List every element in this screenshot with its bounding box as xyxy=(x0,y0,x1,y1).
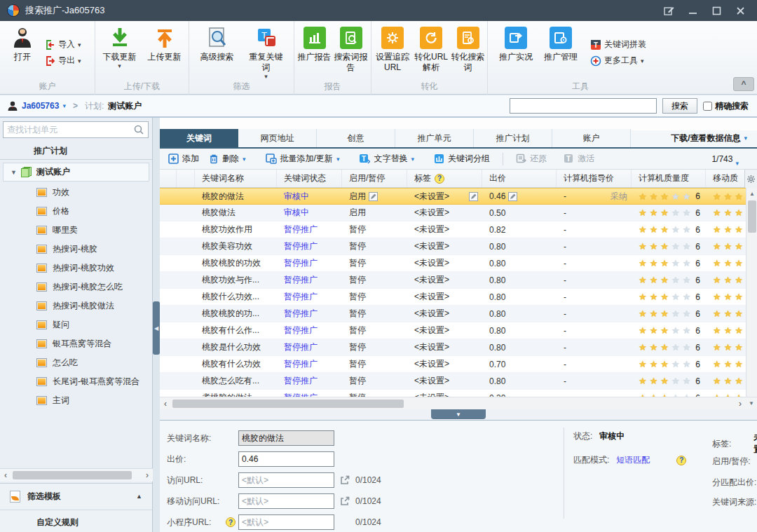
tag-cell[interactable]: <未设置> xyxy=(407,205,482,221)
maximize-button[interactable] xyxy=(707,3,726,18)
pager-dropdown-icon[interactable]: ▾ xyxy=(735,160,739,167)
keyword-status-cell[interactable]: 暂停推广 xyxy=(277,356,342,372)
advanced-search-button[interactable]: 高级搜索 xyxy=(195,25,240,62)
visit-url-field[interactable] xyxy=(238,472,334,488)
kw-name-field[interactable] xyxy=(238,430,334,446)
mobile-url-field[interactable] xyxy=(238,493,334,509)
keyword-status-cell[interactable]: 暂停推广 xyxy=(277,289,342,305)
sidebar-plan-item[interactable]: 热搜词-桃胶功效 xyxy=(0,259,152,278)
keyword-assemble-button[interactable]: T 关键词拼装 xyxy=(590,39,646,50)
keyword-status-cell[interactable]: 暂停推广 xyxy=(277,339,342,355)
bid-cell[interactable]: 0.80 xyxy=(482,373,557,389)
enable-pause-cell[interactable]: 暂停 xyxy=(342,356,407,372)
keyword-status-cell[interactable]: 暂停推广 xyxy=(277,390,342,397)
tab-3[interactable]: 创意 xyxy=(317,129,395,147)
text-replace-dropdown-icon[interactable]: ▾ xyxy=(411,156,414,163)
promo-report-button[interactable]: 推广报告 xyxy=(296,25,333,62)
minimize-button[interactable] xyxy=(683,3,702,18)
bid-cell[interactable]: 0.80 xyxy=(482,238,557,254)
bid-cell[interactable]: 0.80 xyxy=(482,255,557,271)
enable-pause-cell[interactable]: 启用 xyxy=(342,205,407,221)
tag-help-icon[interactable]: ? xyxy=(435,174,444,184)
bid-cell[interactable]: 0.30 xyxy=(482,390,557,397)
keyword-status-cell[interactable]: 审核中 xyxy=(277,189,342,204)
header-keyword-status[interactable]: 关键词状态 xyxy=(277,170,342,187)
scroll-right-icon[interactable]: › xyxy=(735,397,746,410)
sidebar-horizontal-scrollbar[interactable]: ‹ › xyxy=(0,468,153,482)
bid-cell[interactable]: 0.82 xyxy=(482,221,557,238)
row-select-cell[interactable] xyxy=(160,205,177,221)
restore-button[interactable]: 还原 xyxy=(513,153,550,165)
keyword-status-cell[interactable]: 暂停推广 xyxy=(277,322,342,339)
tag-cell[interactable]: <未设置> xyxy=(407,221,482,238)
keyword-status-cell[interactable]: 审核中 xyxy=(277,205,342,221)
keyword-status-cell[interactable]: 暂停推广 xyxy=(277,238,342,254)
sidebar-scroll-right-icon[interactable]: › xyxy=(142,469,153,482)
header-enable-pause[interactable]: 启用/暂停 xyxy=(342,170,407,187)
conv-searchword-button[interactable]: 转化搜索词 xyxy=(451,25,486,73)
tag-cell[interactable]: <未设置> xyxy=(407,322,482,339)
table-row[interactable]: 桃胶有什么作...暂停推广暂停<未设置>0.80-★★★★★6★★★ xyxy=(160,322,746,339)
sidebar-plan-item[interactable]: 长尾词-银耳燕窝等混合 xyxy=(0,372,152,391)
header-bid[interactable]: 出价 xyxy=(482,170,557,187)
table-row[interactable]: 桃胶是什么功效暂停推广暂停<未设置>0.80-★★★★★6★★★ xyxy=(160,339,746,356)
row-select-cell[interactable] xyxy=(160,255,177,271)
download-view-data-link[interactable]: 下载/查看数据信息 ▾ xyxy=(671,129,747,147)
filter-template-collapse-icon[interactable]: ▲ xyxy=(136,493,142,500)
row-select-cell[interactable] xyxy=(160,322,177,339)
enable-pause-cell[interactable]: 暂停 xyxy=(342,339,407,355)
conv-url-parse-button[interactable]: 转化URL解析 xyxy=(412,25,451,73)
row-select-cell[interactable] xyxy=(160,390,177,397)
mobile-url-open-icon[interactable] xyxy=(340,496,350,506)
match-mode-help-icon[interactable]: ? xyxy=(676,456,686,465)
bid-cell[interactable]: 0.80 xyxy=(482,306,557,322)
enable-pause-cell[interactable]: 暂停 xyxy=(342,289,407,305)
scroll-down-icon[interactable]: ▼ xyxy=(746,397,757,410)
sidebar-collapse-handle[interactable]: ◀ xyxy=(153,301,160,355)
tag-cell[interactable]: <未设置> xyxy=(407,289,482,305)
table-row[interactable]: 桃胶功效与作...暂停推广暂停<未设置>0.80-★★★★★6★★★ xyxy=(160,272,746,289)
enable-pause-cell[interactable]: 暂停 xyxy=(342,373,407,389)
table-row[interactable]: 桃胶功效作用暂停推广暂停<未设置>0.82-★★★★★6★★★ xyxy=(160,221,746,238)
custom-rule-section[interactable]: 自定义规则 xyxy=(0,510,152,532)
sidebar-plan-item[interactable]: 功效 xyxy=(0,183,152,202)
enable-pause-cell[interactable]: 暂停 xyxy=(342,272,407,288)
keyword-status-cell[interactable]: 暂停推广 xyxy=(277,373,342,389)
match-mode-link[interactable]: 短语匹配 xyxy=(616,454,650,466)
batch-add-button[interactable]: 批量添加/更新 ▾ xyxy=(263,153,343,165)
row-select-cell[interactable] xyxy=(160,189,177,204)
tag-cell[interactable]: <未设置> xyxy=(407,272,482,288)
row-select-cell[interactable] xyxy=(160,238,177,254)
enable-pause-cell[interactable]: 启用 xyxy=(342,189,407,204)
tab-2[interactable]: 网页地址 xyxy=(238,129,317,147)
exact-search-checkbox[interactable] xyxy=(703,102,712,111)
table-row[interactable]: 煮桃胶的做法暂停推广暂停<未设置>0.30-★★★★★6★★★ xyxy=(160,390,746,397)
table-row[interactable]: 桃胶什么功效...暂停推广暂停<未设置>0.80-★★★★★6★★★ xyxy=(160,289,746,306)
account-switcher[interactable]: Ja605763 ▾ xyxy=(7,100,66,111)
bid-cell[interactable]: 0.46 xyxy=(482,189,557,204)
sidebar-plan-item[interactable]: 银耳燕窝等混合 xyxy=(0,334,152,353)
header-keyword-name[interactable]: 关键词名称 xyxy=(195,170,277,187)
column-settings-button[interactable] xyxy=(744,170,757,188)
sidebar-plan-item[interactable]: 主词 xyxy=(0,391,152,410)
account-dropdown-icon[interactable]: ▾ xyxy=(62,102,66,109)
detail-collapse-button[interactable]: ▼ xyxy=(431,409,486,419)
tag-cell[interactable]: <未设置> xyxy=(407,373,482,389)
tab-4[interactable]: 推广单元 xyxy=(395,129,474,147)
bid-cell[interactable]: 0.50 xyxy=(482,205,557,221)
tag-cell[interactable]: <未设置> xyxy=(407,255,482,271)
filter-template-section[interactable]: 筛选模板 ▲ xyxy=(0,483,152,509)
promo-mgmt-button[interactable]: 推广管理 xyxy=(538,25,583,62)
tab-6[interactable]: 账户 xyxy=(552,129,631,147)
duplicate-keyword-button[interactable]: T 重复关键词 ▾ xyxy=(244,25,289,80)
header-tag[interactable]: 标签? xyxy=(407,170,482,187)
keyword-status-cell[interactable]: 暂停推广 xyxy=(277,221,342,238)
tag-cell[interactable]: <未设置> xyxy=(407,390,482,397)
ribbon-collapse-button[interactable]: ^ xyxy=(733,77,754,91)
close-button[interactable] xyxy=(730,3,750,18)
bid-cell[interactable]: 0.80 xyxy=(482,322,557,339)
tree-expand-icon[interactable]: ▼ xyxy=(11,169,17,176)
row-select-cell[interactable] xyxy=(160,289,177,305)
enable-pause-cell[interactable]: 暂停 xyxy=(342,238,407,254)
tag-cell[interactable]: <未设置> xyxy=(407,356,482,372)
